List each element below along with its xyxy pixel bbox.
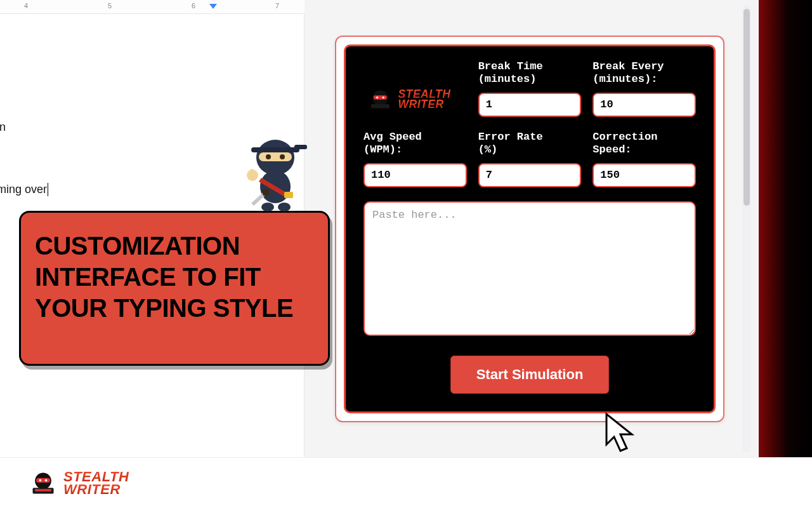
ninja-head-icon <box>29 469 57 497</box>
brand-logo: STEALTH WRITER <box>363 85 467 117</box>
footer-brand-word-2: WRITER <box>63 483 129 496</box>
ruler-mark: 5 <box>108 2 112 10</box>
svg-rect-23 <box>35 489 51 491</box>
bottom-bar: STEALTH WRITER <box>0 457 812 508</box>
error-rate-input[interactable] <box>478 163 582 187</box>
avg-speed-field: Avg Speed (WPM): <box>363 131 467 187</box>
svg-rect-17 <box>371 104 390 108</box>
svg-rect-1 <box>259 152 292 161</box>
extension-panel: STEALTH WRITER Break Time (minutes) Brea… <box>344 44 716 413</box>
ruler-mark: 6 <box>192 2 195 10</box>
svg-point-11 <box>261 203 274 211</box>
indent-marker-icon[interactable] <box>209 4 217 9</box>
right-edge-decoration <box>759 0 812 508</box>
ninja-head-icon <box>368 86 393 111</box>
paste-textarea[interactable] <box>363 201 696 336</box>
footer-brand: STEALTH WRITER <box>29 469 129 497</box>
error-rate-field: Error Rate (%) <box>478 131 582 187</box>
start-simulation-button[interactable]: Start Simulation <box>450 356 610 394</box>
break-every-label: Break Every (minutes): <box>593 60 696 86</box>
svg-point-12 <box>278 203 291 211</box>
ruler: 4 5 6 7 <box>0 0 304 14</box>
ruler-mark: 4 <box>24 2 28 10</box>
svg-rect-7 <box>284 192 293 198</box>
break-every-field: Break Every (minutes): <box>593 60 696 117</box>
break-every-input[interactable] <box>593 93 696 117</box>
svg-point-2 <box>266 154 271 159</box>
ruler-mark: 7 <box>275 2 279 10</box>
svg-rect-5 <box>294 145 307 149</box>
svg-rect-14 <box>374 95 387 99</box>
scrollbar[interactable] <box>742 5 751 452</box>
error-rate-label: Error Rate (%) <box>478 131 582 157</box>
svg-point-20 <box>39 479 42 482</box>
document-text-line: r looming over <box>0 183 48 196</box>
svg-rect-8 <box>263 189 269 196</box>
brand-word-2: WRITER <box>398 99 451 109</box>
callout-text: CUSTOMIZATION INTERFACE TO FIT YOUR TYPI… <box>35 231 314 323</box>
ninja-mascot-icon <box>240 132 310 212</box>
svg-rect-10 <box>250 169 254 178</box>
document-text-line: nation <box>0 121 6 134</box>
break-time-input[interactable] <box>478 93 582 117</box>
svg-rect-19 <box>36 478 50 483</box>
correction-speed-field: Correction Speed: <box>593 131 696 187</box>
correction-speed-input[interactable] <box>593 163 696 187</box>
correction-speed-label: Correction Speed: <box>593 131 696 157</box>
callout-panel: CUSTOMIZATION INTERFACE TO FIT YOUR TYPI… <box>19 211 330 366</box>
break-time-field: Break Time (minutes) <box>478 60 582 117</box>
avg-speed-input[interactable] <box>363 163 467 187</box>
svg-point-3 <box>280 154 285 159</box>
scrollbar-thumb[interactable] <box>743 9 750 206</box>
avg-speed-label: Avg Speed (WPM): <box>363 131 467 157</box>
svg-rect-4 <box>251 147 299 152</box>
svg-point-21 <box>45 479 48 482</box>
break-time-label: Break Time (minutes) <box>478 60 582 86</box>
extension-popup: STEALTH WRITER Break Time (minutes) Brea… <box>335 36 724 422</box>
